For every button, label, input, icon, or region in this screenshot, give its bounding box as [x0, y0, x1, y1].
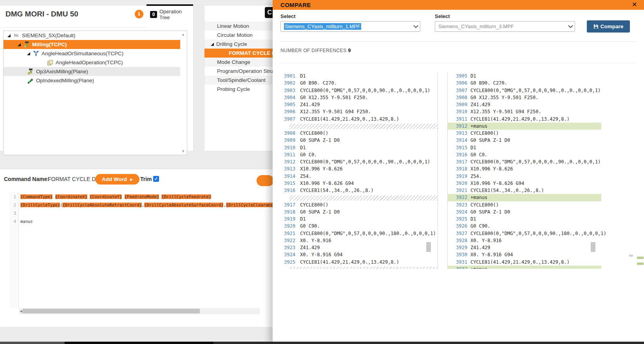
scrollbar-thumb[interactable] [23, 309, 200, 313]
format-token[interactable]: {CoordinateY} [90, 194, 122, 199]
diff-code-row[interactable]: 3903CYCLE800(0,"DMG",0,57,0,0,0,90.,0.,0… [274, 87, 438, 94]
editor-horizontal-scrollbar[interactable]: ◀ [19, 308, 260, 314]
format-token[interactable]: {DrillCycleAbsoluteRetractCoord} [62, 203, 141, 207]
scroll-left-icon[interactable]: ◀ [20, 309, 22, 313]
list-expander-icon[interactable] [211, 43, 214, 46]
diff-code-row[interactable]: 3924X0. Y-8.916 G94 [274, 251, 438, 258]
diff-gap-row[interactable] [274, 194, 438, 201]
scroll-down-icon[interactable]: ▼ [181, 149, 185, 153]
diff-code-row[interactable]: 3906X12.355 Y-9.501 G94 F250. [274, 108, 438, 115]
diff-code-row[interactable]: 3909G0 SUPA Z-1 D0 [274, 137, 438, 144]
diff-code-row[interactable]: 3928X0. Y-8.916 [448, 237, 601, 244]
overview-ruler-thumb[interactable] [629, 255, 633, 257]
diff-code-row[interactable]: 3920G0 C90. [274, 223, 438, 230]
diff-code-row[interactable]: 3923CYCLE800() [448, 201, 601, 208]
partially-hidden-button[interactable] [257, 175, 274, 186]
diff-code-row[interactable]: 3908G0 X12.355 Y-9.501 F250. [448, 94, 601, 101]
diff-code-row[interactable]: 3916CYCLE81(54.,34.,0.,26.,8.) [274, 187, 438, 194]
diff-code-row[interactable]: 3922X0. Y-8.916 [274, 237, 438, 244]
diff-code-row[interactable]: 3926G0 C90. [448, 223, 601, 230]
diff-code-row[interactable]: 3925CYCLE81(41.429,21.429,0.,13.429,8.) [274, 259, 438, 266]
tree-row[interactable]: OpIndexedMilling(Plane) [4, 76, 187, 85]
diff-code-row[interactable]: 3915X10.996 Y-8.626 G94 [274, 180, 438, 187]
diff-left-scrollbar-thumb[interactable] [426, 242, 431, 252]
close-icon[interactable]: ✕ [632, 1, 637, 8]
diff-gap-row[interactable] [274, 123, 438, 130]
scroll-up-icon[interactable]: ▲ [181, 33, 185, 36]
tab-operation-tree[interactable]: 0 Operation Tree [147, 4, 193, 23]
diff-code-row[interactable]: 3914G0 SUPA Z-1 D0 [448, 137, 601, 144]
format-token[interactable]: {CoordinateX} [55, 194, 87, 199]
diff-code-row[interactable]: 3912CYCLE800(0,"DMG",0,57,0,0,0,0.,90.,0… [274, 158, 438, 165]
diff-code-row[interactable]: 3918G0 SUPA Z-1 D0 [274, 208, 438, 215]
diff-code-row[interactable]: 3927CYCLE800(0,"DMG",0,57,0,0,0,90.,180.… [448, 230, 601, 237]
add-word-button[interactable]: Add Word ▶ [95, 174, 139, 185]
tree-expander-icon[interactable] [18, 43, 21, 46]
diff-code-row[interactable]: 3908CYCLE800() [274, 130, 438, 137]
diff-code-row[interactable]: 3907CYCLE81(41.429,21.429,0.,13.429,8.) [274, 116, 438, 123]
info-icon[interactable]: i [135, 10, 143, 18]
diff-added-row[interactable]: 3932+manus [448, 266, 601, 269]
diff-code-row[interactable]: 3904G0 X12.355 Y-9.501 F250. [274, 94, 438, 101]
diff-added-row[interactable]: 3912+manus [448, 123, 601, 130]
editor-line[interactable] [20, 209, 282, 217]
diff-code-row[interactable]: 3924G0 SUPA Z-1 D0 [448, 208, 601, 215]
compare-button[interactable]: Compare [587, 20, 630, 33]
editor-line[interactable]: manus [20, 217, 282, 226]
diff-code-row[interactable]: 3923Z41.429 [274, 244, 438, 251]
tree-row[interactable]: NcSIEMENS_5X(Default) [4, 31, 187, 40]
diff-code-row[interactable]: 3925D1 [448, 215, 601, 223]
format-token[interactable]: {DrillCycleType} [20, 203, 60, 207]
diff-code-row[interactable]: 3910X12.355 Y-9.501 G94 F250. [448, 108, 601, 115]
diff-code-row[interactable]: 3913X10.996 Y-8.626 [274, 165, 438, 172]
diff-code-row[interactable]: 3918X10.996 Y-8.626 [448, 165, 601, 172]
diff-code-row[interactable]: 3914Z54. [274, 173, 438, 180]
diff-code-row[interactable]: 3929Z41.429 [448, 244, 601, 251]
format-token[interactable]: {DrillCycleFeedrate} [161, 194, 211, 199]
diff-pane-right[interactable]: 3905D13906G0 B90. C270.3907CYCLE800(0,"D… [448, 72, 601, 269]
format-token[interactable]: {DrillCycleAbsoluteSurfaceCoord} [144, 203, 223, 207]
diff-added-row[interactable]: 3922+manus [448, 194, 601, 201]
tree-row[interactable]: AngleHeadOperation(TCPC) [4, 58, 187, 67]
file-select-right[interactable]: Siemens_CYaxis_millturn_3.MPF [435, 21, 575, 32]
format-token[interactable]: {CommandType} [20, 194, 52, 199]
tree-expander-icon[interactable] [7, 34, 11, 37]
diff-code-row[interactable]: 3917CYCLE800(0,"DMG",0,57,0,0,0,0.,90.,0… [448, 158, 601, 165]
diff-code-row[interactable]: 3911G0 C0. [274, 151, 438, 158]
diff-code-row[interactable]: 3931CYCLE81(41.429,21.429,0.,13.429,8.) [448, 259, 601, 266]
diff-code-row[interactable]: 3919D1 [274, 215, 438, 223]
format-token[interactable]: {FeedrateMode} [125, 194, 159, 199]
editor-line[interactable]: {CommandType} {CoordinateX} {CoordinateY… [20, 193, 282, 201]
diff-right-scrollbar-thumb[interactable] [591, 242, 595, 252]
diff-code-row[interactable]: 3907CYCLE800(0,"DMG",0,57,0,0,0,90.,0.,0… [448, 87, 601, 94]
diff-code-row[interactable]: 3902G0 B90. C270. [274, 80, 438, 87]
diff-code-row[interactable]: 3909Z41.429 [448, 101, 601, 108]
command-format-editor[interactable]: 1234 {CommandType} {CoordinateX} {Coordi… [0, 192, 282, 308]
editor-line[interactable]: {DrillCycleType}({DrillCycleAbsoluteRetr… [20, 201, 282, 209]
diff-code-row[interactable]: 3906G0 B90. C270. [448, 80, 601, 87]
tree-scrollbar[interactable]: ▲ ▼ [180, 31, 187, 155]
diff-code-row[interactable]: 3921CYCLE800(0,"DMG",0,57,0,0,0,90.,180.… [274, 230, 438, 237]
diff-code-row[interactable]: 3905Z41.429 [274, 101, 438, 108]
diff-pane-left[interactable]: 3901D13902G0 B90. C270.3903CYCLE800(0,"D… [274, 72, 438, 269]
tree-expander-icon[interactable] [27, 52, 30, 55]
tree-row[interactable]: Op3AxisMilling(Plane) [4, 67, 187, 76]
diff-code-row[interactable]: 3901D1 [274, 72, 438, 80]
tree-row[interactable]: Milling(TCPC) [4, 40, 187, 49]
diff-code-row[interactable]: 3910D1 [274, 144, 438, 151]
diff-gap-row[interactable] [274, 266, 438, 269]
diff-code-row[interactable]: 3930X0. Y-8.916 G94 [448, 251, 601, 258]
diff-code-row[interactable]: 3920X10.996 Y-8.626 G94 [448, 180, 601, 187]
diff-code-row[interactable]: 3919Z54. [448, 173, 601, 180]
diff-code-row[interactable]: 3911CYCLE81(41.429,21.429,0.,13.429,8.) [448, 116, 601, 123]
editor-code-lines[interactable]: {CommandType} {CoordinateX} {CoordinateY… [20, 193, 282, 226]
diff-code-row[interactable]: 3913CYCLE800() [448, 130, 601, 137]
tree-row[interactable]: AngleHeadOrSimultaneous(TCPC) [4, 49, 187, 58]
diff-code-row[interactable]: 3916G0 C0. [448, 151, 601, 158]
trim-checkbox[interactable]: ✓ [153, 176, 159, 182]
diff-code-row[interactable]: 3917CYCLE800() [274, 201, 438, 208]
file-select-left[interactable]: Siemens_CYaxis_millturn_1.MPF [280, 21, 420, 32]
diff-code-row[interactable]: 3905D1 [448, 72, 601, 80]
diff-code-row[interactable]: 3915D1 [448, 144, 601, 151]
diff-code-row[interactable]: 3921CYCLE81(54.,34.,0.,26.,8.) [448, 187, 601, 194]
